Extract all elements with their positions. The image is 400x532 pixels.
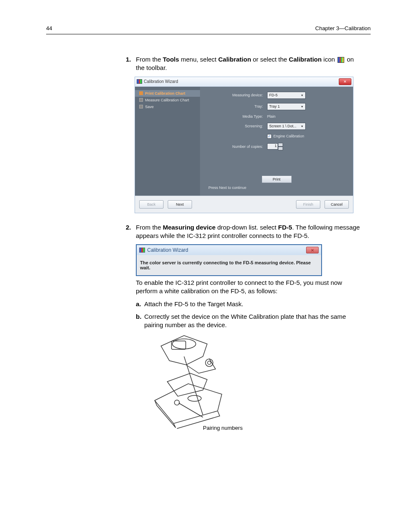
svg-point-5 — [174, 400, 179, 405]
tray-dropdown[interactable]: Tray 1 ▼ — [267, 103, 306, 110]
wizard-footer: Back Next Finish Cancel — [135, 196, 353, 213]
svg-line-7 — [179, 403, 203, 417]
media-type-label: Media Type: — [208, 114, 267, 119]
dropdown-value: Tray 1 — [269, 104, 280, 108]
num-copies-stepper[interactable]: 1 ▴ ▾ — [267, 143, 283, 150]
dropdown-value: Screen 1 \ Dot... — [269, 124, 296, 128]
bold: Tools — [163, 56, 179, 63]
text: drop-down list. select — [216, 224, 278, 231]
wizard-step-label: Save — [145, 105, 154, 109]
bold: FD-5 — [278, 224, 292, 231]
stepper-up-icon[interactable]: ▴ — [278, 143, 283, 147]
screening-label: Screening: — [208, 124, 267, 128]
substep-b-text: Correctly set the device on the White Ca… — [144, 312, 362, 330]
chevron-down-icon: ▼ — [301, 125, 304, 128]
calibration-wizard-dialog: Calibration Wizard ✕ Print Calibration C… — [135, 77, 353, 213]
wizard-content-panel: Measuring device: FD-5 ▼ Tray: Tray 1 ▼ — [200, 87, 353, 196]
text: From the — [136, 56, 163, 63]
wizard-step-measure-chart[interactable]: Measure Calibration Chart — [135, 97, 200, 103]
print-button[interactable]: Print — [262, 176, 292, 183]
engine-calibration-checkbox[interactable]: ✓ — [267, 134, 272, 139]
svg-line-6 — [184, 356, 203, 415]
app-icon — [139, 248, 145, 253]
step-marker-icon — [139, 91, 143, 95]
media-type-value: Plain — [267, 114, 275, 119]
wizard-step-print-chart[interactable]: Print Calibration Chart — [135, 90, 200, 97]
cancel-button[interactable]: Cancel — [325, 200, 349, 209]
dialog-title: Calibration Wizard — [147, 247, 188, 253]
svg-point-0 — [172, 339, 196, 349]
screening-dropdown[interactable]: Screen 1 \ Dot... ▼ — [267, 123, 306, 130]
num-copies-value[interactable]: 1 — [267, 143, 278, 150]
dialog-title: Calibration Wizard — [144, 79, 178, 84]
bold: Calibration — [289, 56, 322, 63]
step-marker-icon — [139, 98, 143, 102]
stepper-down-icon[interactable]: ▾ — [278, 147, 283, 150]
close-button[interactable]: ✕ — [306, 247, 319, 253]
measuring-device-dropdown[interactable]: FD-5 ▼ — [267, 92, 306, 99]
after-step2-text: To enable the IC-312 print controller to… — [136, 279, 362, 296]
svg-point-4 — [188, 395, 201, 401]
engine-calibration-label: Engine Calibration — [273, 134, 304, 138]
page-number: 44 — [46, 25, 52, 31]
chevron-down-icon: ▼ — [301, 94, 304, 97]
finish-button[interactable]: Finish — [296, 200, 320, 209]
substep-a: a. Attach the FD-5 to the Target Mask. — [136, 300, 362, 308]
dialog-titlebar: Calibration Wizard ✕ — [135, 77, 353, 87]
bold: Measuring device — [163, 224, 216, 231]
measuring-device-label: Measuring device: — [208, 93, 267, 97]
app-icon — [137, 79, 142, 84]
press-next-hint: Press Next to continue — [208, 186, 345, 190]
text: menu, select — [179, 56, 218, 63]
connecting-message: The color server is currently connecting… — [137, 255, 321, 275]
num-copies-label: Number of copies: — [208, 145, 267, 149]
step-1: 1. From the Tools menu, select Calibrati… — [126, 55, 362, 72]
dialog-titlebar: Calibration Wizard ✕ — [137, 245, 321, 255]
step-2: 2. From the Measuring device drop-down l… — [126, 223, 362, 240]
page-header: 44 Chapter 3—Calibration — [46, 25, 371, 34]
text: icon — [322, 56, 337, 63]
wizard-step-save[interactable]: Save — [135, 103, 200, 110]
step-marker-icon — [139, 105, 143, 108]
wizard-step-label: Measure Calibration Chart — [145, 98, 189, 102]
step-2-number: 2. — [126, 223, 136, 240]
connecting-dialog: Calibration Wizard ✕ The color server is… — [136, 244, 322, 276]
wizard-steps-panel: Print Calibration Chart Measure Calibrat… — [135, 87, 200, 196]
next-button[interactable]: Next — [168, 200, 192, 209]
substep-a-text: Attach the FD-5 to the Target Mask. — [144, 300, 244, 308]
text: or select the — [251, 56, 289, 63]
wizard-step-label: Print Calibration Chart — [145, 91, 185, 96]
tray-label: Tray: — [208, 104, 267, 108]
step-1-number: 1. — [126, 55, 136, 72]
illustration-caption: Pairing numbers — [203, 425, 243, 431]
substep-a-letter: a. — [136, 300, 144, 308]
close-button[interactable]: ✕ — [339, 78, 351, 85]
substep-b: b. Correctly set the device on the White… — [136, 312, 362, 330]
text: From the — [136, 224, 163, 231]
chevron-down-icon: ▼ — [301, 105, 304, 108]
chapter-label: Chapter 3—Calibration — [315, 25, 371, 31]
calibration-icon — [338, 57, 344, 63]
back-button[interactable]: Back — [139, 200, 164, 209]
substep-b-letter: b. — [136, 312, 144, 330]
svg-point-3 — [208, 361, 211, 364]
bold: Calibration — [218, 56, 251, 63]
dropdown-value: FD-5 — [269, 93, 278, 97]
fd5-illustration: Pairing numbers — [144, 333, 257, 442]
